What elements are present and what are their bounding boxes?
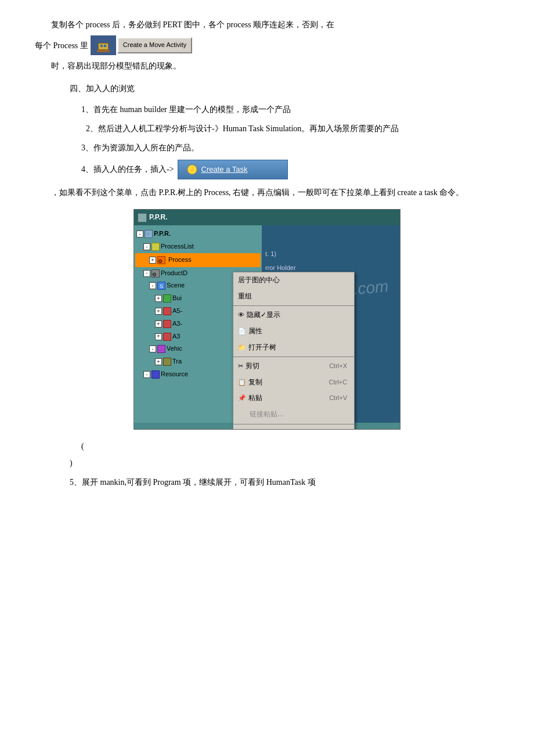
paragraph-3: ，如果看不到这个菜单，点击 P.P.R.树上的 Process, 右键，再点编辑… <box>35 185 499 200</box>
move-activity-button[interactable]: Create a Move Activity <box>117 37 192 53</box>
menu-item-copy[interactable]: 📋 复制 Ctrl+C <box>233 375 354 391</box>
menu-item-cut[interactable]: ✂ 剪切 Ctrl+X <box>233 358 354 375</box>
step-2-text: 2、然后进入人机工程学分析与设计-》Human Task Simulation。… <box>86 124 399 133</box>
paren-close: ) <box>70 456 499 470</box>
cut-icon: ✂ <box>238 361 243 372</box>
tree-icon: 📁 <box>238 342 246 354</box>
step-5-text: 5、展开 mankin,可看到 Program 项，继续展开，可看到 Human… <box>70 478 316 487</box>
step-3: 3、作为资源加入人所在的产品。 <box>81 141 499 155</box>
create-task-label: Create a Task <box>201 163 248 176</box>
paragraph-1b-text: 每个 Process 里 <box>35 38 88 53</box>
process-label: Process <box>167 254 193 267</box>
inline-image-row: 每个 Process 里 Create a Move Activity <box>35 35 499 55</box>
tra-label: Tra <box>172 356 182 368</box>
menu-item-center[interactable]: 居于图的中心 <box>233 272 354 289</box>
menu-separator-2 <box>233 357 354 357</box>
bui-label: Bui <box>172 293 182 304</box>
menu-item-open-subtree[interactable]: 📁 打开子树 <box>233 340 354 356</box>
section-4-title: 四、加入人的浏览 <box>70 81 499 96</box>
step-3-text: 3、作为资源加入人所在的产品。 <box>81 143 199 152</box>
screenshot-header: P.P.R. <box>134 210 400 226</box>
step-1-text: 1、首先在 human builder 里建一个人的模型，形成一个产品 <box>81 105 291 114</box>
step-5: 5、展开 mankin,可看到 Program 项，继续展开，可看到 Human… <box>70 475 499 489</box>
menu-item-paste[interactable]: 📌 粘贴 Ctrl+V <box>233 390 354 406</box>
step-2: 2、然后进入人机工程学分析与设计-》Human Task Simulation。… <box>70 121 499 136</box>
eye-icon: 👁 <box>238 309 244 321</box>
tree-item-processlist[interactable]: - ProcessList <box>135 240 261 253</box>
step-4-prefix: 4、插入人的任务，插入-> <box>81 162 174 177</box>
menu-item-delete[interactable]: 删除 Del <box>233 426 354 430</box>
large-screenshot: bdocx.com P.P.R. - 🔧 P.P.R. - ProcessLis… <box>134 209 400 430</box>
paragraph-1: 复制各个 process 后，务必做到 PERT 图中，各个 process 顺… <box>35 17 499 32</box>
menu-item-hide-show[interactable]: 👁 隐藏✓显示 <box>233 307 354 323</box>
create-task-screenshot: ⚡ Create a Task <box>178 160 288 179</box>
vehic-label: Vehic <box>167 343 182 355</box>
step-4-row: 4、插入人的任务，插入-> ⚡ Create a Task <box>81 160 499 179</box>
screenshot-body: - 🔧 P.P.R. - ProcessList + ⚙ Process - ⚙… <box>134 225 400 423</box>
resource-label: Resource <box>161 369 188 380</box>
menu-separator-3 <box>233 424 354 424</box>
copy-icon: 📋 <box>238 377 246 388</box>
section-4-label: 四、加入人的浏览 <box>70 84 135 93</box>
scene-label: Scene <box>167 280 185 291</box>
menu-item-reorg[interactable]: 重组 <box>233 289 354 305</box>
a3-label: A3 <box>172 331 180 343</box>
ppr-header-icon <box>138 213 147 222</box>
paragraph-1-text: 复制各个 process 后，务必做到 PERT 图中，各个 process 顺… <box>35 17 334 32</box>
menu-item-link-paste[interactable]: 链接粘贴... <box>233 406 354 423</box>
a3minus-label: A3- <box>172 318 182 330</box>
right-text-1: t. 1) <box>265 249 396 260</box>
tree-item-ppr[interactable]: - 🔧 P.P.R. <box>135 228 261 240</box>
toolbar-blue-area <box>91 35 116 55</box>
paragraph-2-text: 时，容易出现部分模型错乱的现象。 <box>51 62 181 70</box>
tree-item-process[interactable]: + ⚙ Process <box>135 253 261 267</box>
menu-item-props[interactable]: 📄 属性 <box>233 323 354 340</box>
task-icon: ⚡ <box>186 164 198 175</box>
building-icon <box>96 38 110 52</box>
step-1: 1、首先在 human builder 里建一个人的模型，形成一个产品 <box>81 102 499 117</box>
productd-label: ProductD <box>161 268 187 279</box>
paste-icon: 📌 <box>238 393 246 404</box>
processlist-label: ProcessList <box>161 241 194 253</box>
menu-separator-1 <box>233 305 354 306</box>
prop-icon: 📄 <box>238 326 246 337</box>
a5-label: A5- <box>172 305 182 317</box>
paragraph-2: 时，容易出现部分模型错乱的现象。 <box>35 59 499 73</box>
ppr-title: P.P.R. <box>149 211 168 224</box>
paren-open: ( <box>81 439 499 453</box>
move-activity-screenshot: Create a Move Activity <box>91 35 192 55</box>
context-menu: 居于图的中心 重组 👁 隐藏✓显示 📄 属性 📁 打开子树 ✂ <box>233 272 355 429</box>
move-activity-label: Create a Move Activity <box>123 39 186 51</box>
ppr-root-label: P.P.R. <box>154 228 171 240</box>
svg-text:⚡: ⚡ <box>188 165 196 174</box>
paragraph-3-text: ，如果看不到这个菜单，点击 P.P.R.树上的 Process, 右键，再点编辑… <box>51 188 464 197</box>
paren-close-text: ) <box>70 459 73 467</box>
